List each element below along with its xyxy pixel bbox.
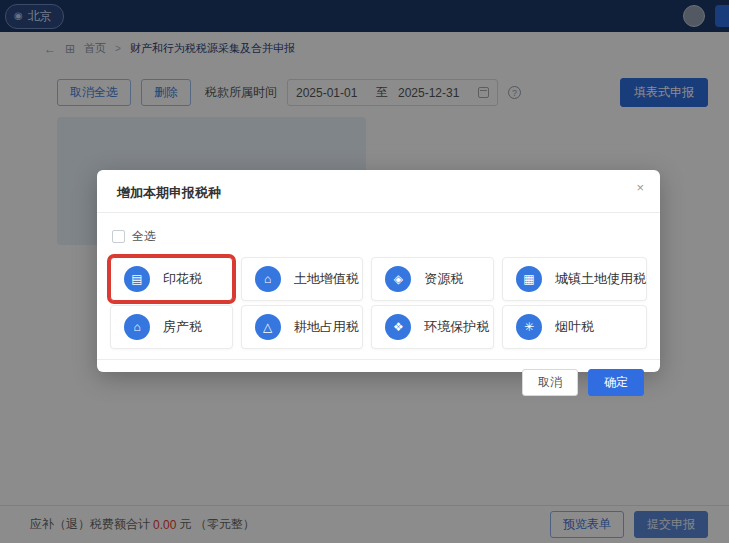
tax-type-grid: ▤印花税⌂土地增值税◈资源税▦城镇土地使用税⌂房产税△耕地占用税❖环境保护税✳烟… bbox=[110, 257, 647, 349]
add-tax-types-modal: 增加本期申报税种 × 全选 ▤印花税⌂土地增值税◈资源税▦城镇土地使用税⌂房产税… bbox=[97, 170, 660, 372]
tobacco-leaf-tax-icon: ✳ bbox=[516, 314, 542, 340]
house-property-tax-icon: ⌂ bbox=[124, 314, 150, 340]
select-all-row: 全选 bbox=[112, 228, 647, 245]
tax-type-label: 印花税 bbox=[163, 270, 202, 288]
resource-tax-icon: ◈ bbox=[385, 266, 411, 292]
modal-body: 全选 ▤印花税⌂土地增值税◈资源税▦城镇土地使用税⌂房产税△耕地占用税❖环境保护… bbox=[97, 213, 660, 359]
farmland-occupation-tax-icon: △ bbox=[255, 314, 281, 340]
modal-header: 增加本期申报税种 × bbox=[97, 170, 660, 213]
tax-type-card[interactable]: ✳烟叶税 bbox=[502, 305, 647, 349]
tax-type-label: 环境保护税 bbox=[424, 318, 489, 336]
tax-type-label: 土地增值税 bbox=[294, 270, 359, 288]
tax-type-card[interactable]: ▦城镇土地使用税 bbox=[502, 257, 647, 301]
app-window: ◉ 北京 ← ⊞ 首页 > 财产和行为税税源采集及合并申报 取消全选 删除 税款… bbox=[0, 0, 729, 543]
urban-land-use-tax-icon: ▦ bbox=[516, 266, 542, 292]
cancel-button[interactable]: 取消 bbox=[522, 369, 578, 396]
tax-type-label: 资源税 bbox=[424, 270, 463, 288]
tax-type-label: 烟叶税 bbox=[555, 318, 594, 336]
confirm-button[interactable]: 确定 bbox=[588, 369, 644, 396]
tax-type-label: 房产税 bbox=[163, 318, 202, 336]
tax-type-card[interactable]: ⌂土地增值税 bbox=[241, 257, 364, 301]
close-icon[interactable]: × bbox=[636, 181, 644, 194]
tax-type-card[interactable]: ⌂房产税 bbox=[110, 305, 233, 349]
tax-type-card[interactable]: ▤印花税 bbox=[110, 257, 233, 301]
tax-type-card[interactable]: △耕地占用税 bbox=[241, 305, 364, 349]
land-appreciation-tax-icon: ⌂ bbox=[255, 266, 281, 292]
select-all-label: 全选 bbox=[132, 228, 156, 245]
tax-type-label: 耕地占用税 bbox=[294, 318, 359, 336]
tax-type-card[interactable]: ❖环境保护税 bbox=[371, 305, 494, 349]
stamp-tax-icon: ▤ bbox=[124, 266, 150, 292]
select-all-checkbox[interactable] bbox=[112, 230, 125, 243]
environmental-protection-tax-icon: ❖ bbox=[385, 314, 411, 340]
modal-title: 增加本期申报税种 bbox=[117, 185, 221, 200]
modal-footer: 取消 确定 bbox=[97, 359, 660, 407]
tax-type-card[interactable]: ◈资源税 bbox=[371, 257, 494, 301]
tax-type-label: 城镇土地使用税 bbox=[555, 270, 646, 288]
